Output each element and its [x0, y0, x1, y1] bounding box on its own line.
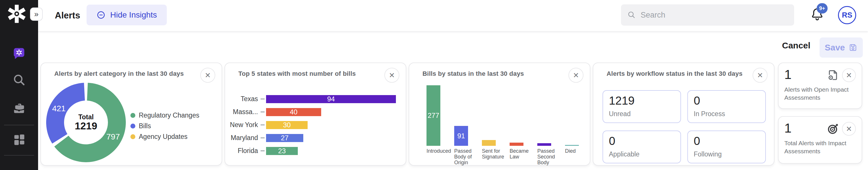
save-button[interactable]: Save — [819, 37, 863, 58]
vbar-value-label: 277 — [428, 111, 439, 120]
vbar-category-label: Became Law — [503, 148, 530, 165]
app-logo-icon[interactable] — [5, 2, 28, 25]
legend-item[interactable]: Bills — [130, 122, 199, 130]
briefcase-icon — [12, 101, 26, 115]
card-title: Alerts by workflow status in the last 30… — [607, 70, 742, 77]
legend-label: Agency Updates — [139, 133, 188, 141]
close-icon[interactable]: ✕ — [842, 68, 856, 82]
hbar-value-label: 40 — [290, 108, 298, 116]
vbar-column — [475, 140, 503, 146]
workflow-tile-value: 0 — [694, 135, 760, 147]
hbar-bar[interactable]: 30 — [266, 121, 308, 129]
legend-label: Regulatory Changes — [139, 111, 199, 119]
vbar-column: 277 — [420, 85, 447, 146]
vbar-category-label: Passed Second Body — [530, 148, 558, 165]
workflow-tile[interactable]: 1219Unread — [602, 90, 681, 123]
workflow-tile-label: Following — [694, 150, 760, 159]
sidebar-item-assistant[interactable] — [0, 47, 38, 60]
hbar-row: Maryland27 — [225, 131, 406, 144]
vbar-bar[interactable] — [537, 143, 551, 146]
assistant-bubble-icon — [12, 47, 26, 60]
search-input[interactable] — [640, 10, 788, 20]
page-title: Alerts — [55, 0, 80, 31]
vbar-column — [503, 143, 530, 146]
close-icon[interactable]: ✕ — [842, 122, 856, 136]
notification-badge: 9+ — [817, 3, 828, 13]
hbar-chart: Texas94Massa...40New York30Maryland27Flo… — [225, 93, 406, 157]
donut-value-label: 421 — [52, 104, 66, 113]
stat-label: Alerts with Open Impact Assessments — [784, 86, 856, 102]
close-icon[interactable]: ✕ — [384, 68, 399, 83]
sidebar-item-search[interactable] — [0, 73, 38, 87]
hide-insights-label: Hide Insights — [110, 10, 157, 20]
vbar-bar[interactable]: 277 — [427, 85, 440, 146]
dashboard-grid-icon — [12, 133, 26, 146]
axis-tick — [260, 137, 265, 138]
legend-dot-icon — [130, 124, 135, 129]
cancel-button[interactable]: Cancel — [780, 40, 812, 51]
close-icon[interactable]: ✕ — [200, 68, 215, 83]
topbar: Alerts Hide Insights 9+ RS — [38, 0, 868, 31]
hbar-category-label: Texas — [225, 95, 258, 103]
card-title: Alerts by alert category in the last 30 … — [54, 70, 184, 77]
hbar-row: Florida23 — [225, 144, 406, 157]
sidebar-collapse-button[interactable]: » — [30, 7, 43, 21]
hide-insights-button[interactable]: Hide Insights — [87, 5, 167, 25]
hbar-value-label: 27 — [281, 134, 288, 142]
workflow-tile[interactable]: 0Applicable — [602, 131, 681, 163]
sidebar-item-workspace[interactable] — [0, 101, 38, 115]
axis-tick — [260, 125, 265, 125]
workflow-tile[interactable]: 0Following — [687, 131, 766, 163]
hbar-value-label: 94 — [327, 95, 335, 103]
card-bills-by-status: Bills by status in the last 30 days ✕ 27… — [409, 63, 590, 166]
legend-item[interactable]: Agency Updates — [130, 133, 199, 141]
sidebar — [0, 0, 38, 170]
workflow-tile-value: 0 — [694, 94, 760, 107]
hbar-category-label: New York — [225, 121, 258, 129]
hbar-category-label: Maryland — [225, 134, 258, 142]
legend-dot-icon — [130, 113, 135, 118]
vbar-bar[interactable] — [482, 140, 496, 146]
vbar-column — [530, 143, 558, 146]
axis-tick — [260, 111, 265, 112]
vbar-bar[interactable]: 91 — [454, 126, 468, 146]
bullseye-arrow-icon — [827, 123, 839, 135]
hbar-bar[interactable]: 23 — [266, 147, 298, 155]
minus-circle-icon — [96, 10, 105, 20]
vbar-bar[interactable] — [509, 143, 523, 146]
vbar-chart: 27791 — [420, 83, 586, 146]
save-floppy-icon — [848, 43, 858, 52]
chart-legend: Regulatory ChangesBillsAgency Updates — [130, 111, 199, 141]
card-title: Bills by status in the last 30 days — [423, 70, 524, 77]
notifications-button[interactable]: 9+ — [809, 6, 825, 23]
card-top-states: Top 5 states with most number of bills ✕… — [224, 63, 406, 166]
search-icon — [627, 11, 636, 19]
hbar-row: Texas94 — [225, 93, 406, 105]
donut-center-value: 1219 — [75, 120, 97, 131]
hbar-bar[interactable]: 94 — [266, 95, 396, 103]
hbar-value-label: 30 — [283, 121, 291, 129]
vbar-category-label: Introduced — [420, 148, 447, 165]
axis-tick — [260, 150, 265, 151]
vbar-bar[interactable] — [565, 145, 579, 146]
workflow-tile-value: 1219 — [609, 94, 675, 107]
hbar-category-label: Massa... — [225, 108, 258, 116]
close-icon[interactable]: ✕ — [752, 68, 768, 83]
stat-label: Total Alerts with Impact Assessments — [784, 139, 856, 155]
hbar-bar[interactable]: 40 — [266, 108, 321, 116]
close-icon[interactable]: ✕ — [568, 68, 584, 83]
donut-value-label: 797 — [106, 132, 120, 141]
workflow-tile-label: Applicable — [609, 150, 675, 159]
donut-chart: 797421Total1219 — [45, 82, 126, 163]
avatar[interactable]: RS — [838, 6, 856, 24]
chevrons-right-icon: » — [34, 10, 38, 19]
search-bar — [621, 4, 794, 26]
vbar-category-label: Passed Body of Origin — [447, 148, 475, 165]
sidebar-item-dashboard[interactable] — [0, 133, 38, 146]
card-total-impact-assessments: 1 ✕ Total Alerts with Impact Assessments — [778, 116, 862, 164]
donut-center-label: Total — [78, 113, 93, 121]
legend-item[interactable]: Regulatory Changes — [130, 111, 199, 119]
hbar-bar[interactable]: 27 — [266, 134, 303, 142]
workflow-tile[interactable]: 0In Process — [687, 90, 766, 123]
hbar-value-label: 23 — [278, 147, 286, 155]
